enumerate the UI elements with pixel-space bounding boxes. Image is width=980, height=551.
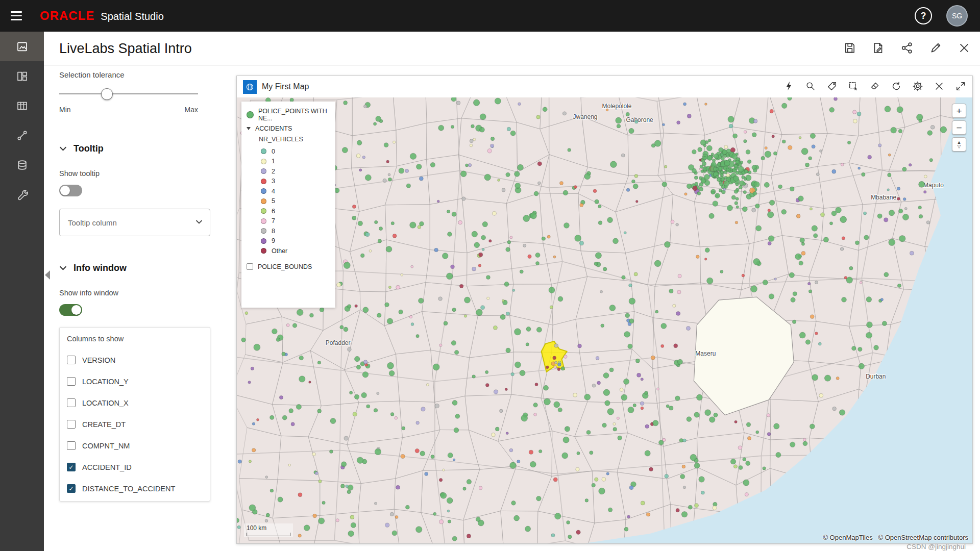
class-color-dot [261,179,266,184]
legend-class-4[interactable]: 4 [261,186,330,196]
column-row-location_x[interactable]: LOCATION_X [67,398,210,407]
show-tooltip-toggle[interactable] [59,185,82,196]
legend-class-3[interactable]: 3 [261,177,330,187]
map-town-label: Jwaneng [573,113,598,120]
class-color-dot [261,208,266,214]
map-render[interactable]: MolepololeJwanengGaboroneMaputoMbabanePo… [237,97,972,543]
legend-class-0[interactable]: 0 [261,146,330,157]
map-header: My First Map [237,76,972,98]
rail-item-datasets[interactable] [0,150,44,180]
compass-button[interactable]: ▲ ▽ [952,137,966,152]
tooltip-section-header[interactable]: Tooltip [59,143,236,154]
avatar[interactable]: SG [946,5,968,27]
column-label: ACCIDENT_ID [82,463,132,471]
rail-item-tables[interactable] [0,91,44,120]
share-button[interactable] [900,41,914,56]
rail-item-tools[interactable] [0,180,44,209]
map-close-button[interactable] [934,81,945,93]
tag-icon [826,81,838,92]
checkbox[interactable] [67,441,76,450]
checkbox[interactable] [67,377,76,386]
map-town-label: Molepolole [602,103,632,110]
hamburger-menu-button[interactable] [0,0,33,32]
legend-class-7[interactable]: 7 [261,216,330,227]
selection-tolerance-slider[interactable] [59,87,198,101]
columns-to-show-title: Columns to show [67,335,210,343]
map-town-label: Mbabane [871,194,896,201]
class-color-dot [261,218,266,224]
brand: ORACLE Spatial Studio [40,9,164,23]
class-label: 0 [272,148,275,155]
legend-class-9[interactable]: 9 [261,236,330,246]
save-button[interactable] [843,41,856,56]
class-label: 7 [272,217,275,224]
layouts-icon [16,70,29,83]
table-icon [16,99,29,112]
map-canvas[interactable]: MolepololeJwanengGaboroneMaputoMbabanePo… [237,97,972,543]
tooltip-column-select[interactable]: Tooltip column [59,209,210,236]
panel-collapse-arrow[interactable] [45,270,50,280]
class-label: 9 [272,237,275,244]
legend-class-other[interactable]: Other [261,246,330,256]
class-color-dot [261,238,266,244]
chevron-down-icon [195,218,203,227]
legend-class-2[interactable]: 2 [261,166,330,177]
rail-item-layouts[interactable] [0,61,44,91]
checkbox[interactable] [67,356,76,364]
class-color-dot [261,168,266,174]
column-row-distance_to_accident[interactable]: ✓DISTANCE_TO_ACCIDENT [67,484,210,493]
map-title: My First Map [262,82,309,91]
legend-class-6[interactable]: 6 [261,206,330,216]
scale-bar-line [247,533,290,536]
map-town-label: Maputo [923,182,944,189]
map-actions-button[interactable] [783,81,795,93]
tooltip-section-title: Tooltip [74,143,104,154]
column-row-compnt_nm[interactable]: COMPNT_NM [67,441,210,450]
legend-class-1[interactable]: 1 [261,157,330,167]
map-rectangle-select-button[interactable] [848,81,859,93]
map-clear-selection-button[interactable] [869,81,880,93]
settings-panel: Selection tolerance Min Max Tooltip Show… [44,65,236,551]
zoom-in-button[interactable]: + [952,104,966,118]
selection-tolerance-handle[interactable] [101,88,113,100]
edit-button[interactable] [929,41,942,56]
help-button[interactable]: ? [915,7,932,24]
tooltip-column-placeholder: Tooltip column [68,218,117,227]
map-settings-button[interactable] [912,81,923,93]
legend-layer-police-points[interactable]: POLICE_POINTS WITH NE... [247,108,330,122]
checkbox[interactable]: ✓ [67,484,76,493]
project-map-icon [16,40,29,53]
column-label: VERSION [82,356,115,364]
class-label: 1 [272,158,275,165]
zoom-controls: + − ▲ ▽ [952,104,966,152]
show-info-window-toggle[interactable] [59,304,82,316]
legend-layer-accidents[interactable]: ACCIDENTS [247,125,330,132]
map-zoom-search-button[interactable] [805,81,816,93]
info-window-section-title: Info window [74,263,127,273]
checkbox[interactable] [67,398,76,407]
police-points-dot [247,111,254,118]
fullscreen-icon [955,81,966,92]
map-refresh-button[interactable] [891,81,902,93]
map-fullscreen-button[interactable] [955,81,966,93]
column-row-version[interactable]: VERSION [67,356,210,364]
column-row-create_dt[interactable]: CREATE_DT [67,420,210,429]
legend-class-8[interactable]: 8 [261,226,330,236]
map-tag-button[interactable] [826,81,838,93]
column-row-accident_id[interactable]: ✓ACCIDENT_ID [67,463,210,471]
save-as-icon [872,41,885,55]
rail-item-active-project[interactable] [0,32,44,61]
info-window-section-header[interactable]: Info window [59,263,236,273]
close-button[interactable] [958,41,971,56]
rail-item-connections[interactable] [0,120,44,150]
map-town-label: Maseru [695,350,716,357]
magnifier-icon [805,81,816,92]
column-row-location_y[interactable]: LOCATION_Y [67,377,210,386]
legend-layer-police-bounds[interactable]: POLICE_BOUNDS [247,263,330,270]
zoom-out-button[interactable]: − [952,120,966,135]
police-bounds-checkbox[interactable] [247,263,253,270]
checkbox[interactable]: ✓ [67,463,76,471]
legend-class-5[interactable]: 5 [261,196,330,207]
checkbox[interactable] [67,420,76,429]
save-as-button[interactable] [872,41,885,56]
